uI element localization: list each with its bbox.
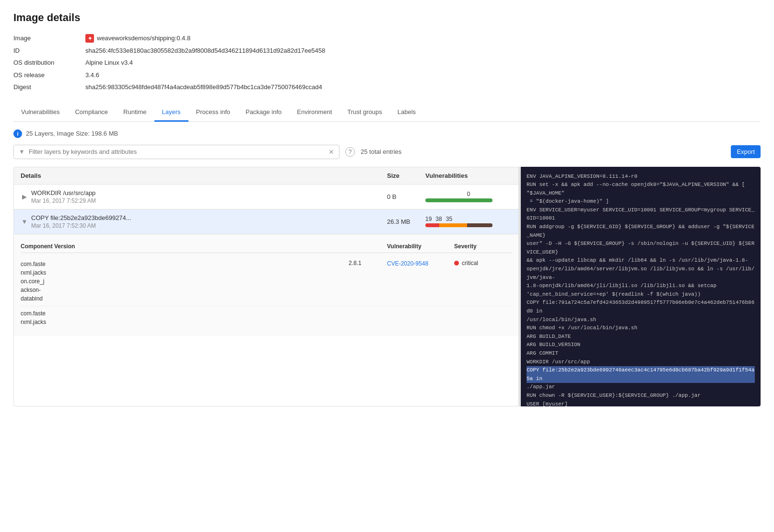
layer-date-row2: Mar 16, 2017 7:52:30 AM	[31, 222, 387, 229]
digest-label: Digest	[13, 82, 85, 92]
image-value: ✦ weaveworksdemos/shipping:0.4.8	[85, 34, 190, 43]
terminal-line: USER [myuser]	[527, 400, 755, 406]
page-title: Image details	[13, 12, 761, 24]
image-label: Image	[13, 34, 85, 43]
filter-bar: ▼ ✕ ? 25 total entries Export	[13, 145, 761, 159]
export-button[interactable]: Export	[731, 145, 761, 158]
filter-clear-icon[interactable]: ✕	[328, 148, 334, 156]
terminal-line: 'cap_net_bind_service=+ep' $(readlink -f…	[527, 290, 755, 299]
terminal-line: 1.8-openjdk/lib/amd64/jli/libjli.so /lib…	[527, 282, 755, 290]
layer-size-row2: 26.3 MB	[387, 218, 425, 225]
layer-vuln-row1: 0	[425, 191, 512, 202]
os-release-value: 3.4.6	[85, 70, 99, 80]
terminal-line: openjdk/jre/lib/amd64/server/libjvm.so /…	[527, 265, 755, 282]
severity-label-1: critical	[462, 260, 478, 266]
terminal-line: = "$(docker-java-home)" ]	[527, 197, 755, 206]
tab-process-info[interactable]: Process info	[188, 104, 238, 122]
layer-size-row1: 0 B	[387, 193, 425, 200]
layer-main-row2[interactable]: ▼ COPY file:25b2e2a923bde699274... Mar 1…	[14, 209, 518, 234]
vuln-counts-row2: 19 38 35	[425, 216, 512, 222]
terminal-panel: ENV JAVA_ALPINE_VERSION=8.111.14-r0RUN s…	[521, 167, 761, 406]
sub-table-header: Component Version Vulnerability Severity	[21, 240, 512, 253]
terminal-line: RUN chown -R ${SERVICE_USER}:${SERVICE_G…	[527, 392, 755, 400]
meta-table: Image ✦ weaveworksdemos/shipping:0.4.8 I…	[13, 34, 761, 92]
layer-detail-row2: COPY file:25b2e2a923bde699274... Mar 16,…	[31, 214, 387, 229]
shield-icon: ✦	[85, 34, 94, 43]
layer-vuln-row2: 19 38 35	[425, 216, 512, 227]
tab-runtime[interactable]: Runtime	[116, 104, 154, 122]
terminal-line: RUN set -x && apk add --no-cache openjdk…	[527, 181, 755, 197]
tab-compliance[interactable]: Compliance	[67, 104, 116, 122]
terminal-line: ARG BUILD_VERSION	[527, 341, 755, 349]
terminal-line: RUN addgroup -g ${SERVICE_GID} ${SERVICE…	[527, 223, 755, 240]
layer-cmd-row1: WORKDIR /usr/src/app	[31, 189, 387, 197]
os-release-label: OS release	[13, 70, 85, 80]
terminal-line: WORKDIR /usr/src/app	[527, 358, 755, 367]
expand-icon-row1[interactable]: ▶	[21, 193, 28, 200]
sub-th-vulnerability: Vulnerability	[387, 243, 454, 250]
sub-row: com.fasterxml.jacks	[21, 306, 512, 329]
tab-package-info[interactable]: Package info	[238, 104, 289, 122]
filter-input-wrap[interactable]: ▼ ✕	[13, 145, 340, 159]
tab-vulnerabilities[interactable]: Vulnerabilities	[13, 104, 67, 122]
terminal-line: /usr/local/bin/java.sh	[527, 316, 755, 324]
vuln-count-38: 38	[435, 216, 442, 222]
terminal-line: ENV SERVICE_USER=myuser SERVICE_UID=1000…	[527, 206, 755, 223]
layer-main-row1[interactable]: ▶ WORKDIR /usr/src/app Mar 16, 2017 7:52…	[14, 185, 518, 209]
sub-severity-1: critical	[454, 260, 512, 266]
vuln-count-row1: 0	[425, 191, 512, 197]
table-row: ▶ WORKDIR /usr/src/app Mar 16, 2017 7:52…	[14, 185, 518, 209]
info-icon: i	[13, 129, 22, 138]
content-area: Details Size Vulnerabilities ▶ WORKDIR /…	[13, 167, 761, 406]
sub-component-1: com.fasterxml.jackson.core_jackson-datab…	[21, 260, 349, 303]
sub-th-version	[349, 243, 387, 250]
tab-labels[interactable]: Labels	[390, 104, 423, 122]
vuln-count-35: 35	[446, 216, 452, 222]
layer-cmd-row2: COPY file:25b2e2a923bde699274...	[31, 214, 387, 221]
expanded-section-row2: Component Version Vulnerability Severity…	[14, 234, 518, 336]
terminal-line: ARG BUILD_DATE	[527, 333, 755, 341]
help-icon[interactable]: ?	[345, 147, 355, 157]
terminal-line: && apk --update libcap && mkdir /lib64 &…	[527, 256, 755, 265]
tab-trust-groups[interactable]: Trust groups	[340, 104, 390, 122]
terminal-line: COPY file:25b2e2a923bde6992746aeec3ac4c1…	[527, 366, 755, 383]
digest-value: sha256:983305c948fded487f4a4acdeab5f898e…	[85, 82, 322, 92]
vuln-count-19: 19	[425, 216, 432, 222]
total-entries: 25 total entries	[361, 148, 401, 155]
terminal-line: user" -D -H -G ${SERVICE_GROUP} -s /sbin…	[527, 240, 755, 256]
table-row: ▼ COPY file:25b2e2a923bde699274... Mar 1…	[14, 209, 518, 336]
bar-red	[425, 223, 439, 227]
tab-environment[interactable]: Environment	[289, 104, 340, 122]
filter-input[interactable]	[29, 148, 328, 155]
th-details: Details	[21, 172, 387, 179]
layer-detail-row1: WORKDIR /usr/src/app Mar 16, 2017 7:52:2…	[31, 189, 387, 204]
layer-date-row1: Mar 16, 2017 7:52:29 AM	[31, 197, 387, 204]
tab-layers[interactable]: Layers	[154, 104, 188, 122]
table-header: Details Size Vulnerabilities	[14, 167, 518, 185]
terminal-line: COPY file:791a724c5a7efd4243653d2d498951…	[527, 299, 755, 315]
terminal-line: ARG COMMIT	[527, 349, 755, 358]
id-value: sha256:4fc533e8180ac3805582d3b2a9f8008d5…	[85, 46, 325, 56]
tabs-bar: Vulnerabilities Compliance Runtime Layer…	[13, 104, 761, 122]
id-label: ID	[13, 46, 85, 56]
sub-th-component: Component Version	[21, 243, 349, 250]
os-dist-value: Alpine Linux v3.4	[85, 58, 133, 68]
layers-table: Details Size Vulnerabilities ▶ WORKDIR /…	[13, 167, 519, 406]
sub-row: com.fasterxml.jackson.core_jackson-datab…	[21, 257, 512, 306]
expand-icon-row2[interactable]: ▼	[21, 218, 28, 225]
terminal-line: ./app.jar	[527, 383, 755, 392]
bar-orange	[439, 223, 467, 227]
severity-dot-critical	[454, 261, 459, 266]
th-size: Size	[387, 172, 425, 179]
terminal-line: RUN chmod +x /usr/local/bin/java.sh	[527, 324, 755, 333]
os-dist-label: OS distribution	[13, 58, 85, 68]
info-bar: i 25 Layers, Image Size: 198.6 MB	[13, 129, 761, 138]
sub-version-1: 2.8.1	[349, 260, 387, 266]
bar-dark	[467, 223, 493, 227]
layers-info-text: 25 Layers, Image Size: 198.6 MB	[26, 130, 118, 137]
filter-icon: ▼	[19, 148, 25, 155]
terminal-line: ENV JAVA_ALPINE_VERSION=8.111.14-r0	[527, 173, 755, 181]
vuln-bar-row1	[425, 198, 493, 202]
sub-component-2: com.fasterxml.jacks	[21, 309, 349, 326]
cve-link-1[interactable]: CVE-2020-9548	[387, 260, 428, 267]
